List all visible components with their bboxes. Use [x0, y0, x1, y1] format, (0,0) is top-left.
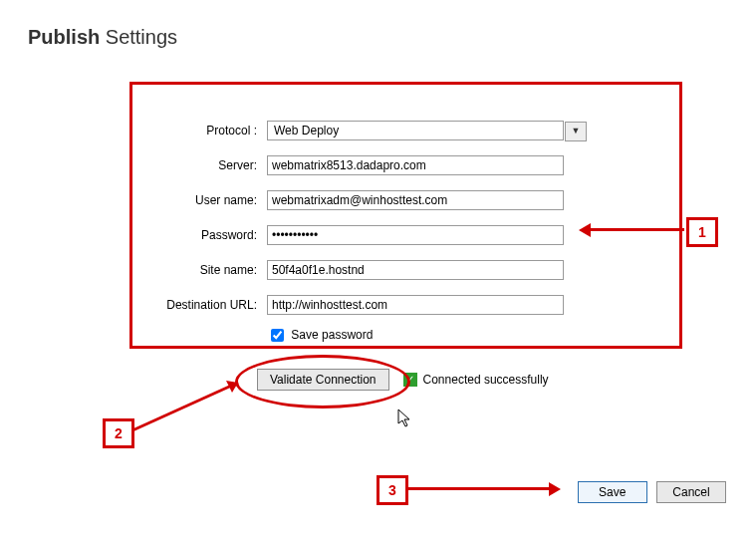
settings-panel-highlight: Protocol : Web Deploy ▼ Server: User nam… [129, 82, 682, 349]
title-bold: Publish [28, 26, 100, 48]
annotation-arrowhead-3 [549, 482, 561, 496]
row-protocol: Protocol : Web Deploy ▼ [132, 121, 679, 142]
row-sitename: Site name: [132, 260, 679, 282]
label-desturl: Destination URL: [152, 298, 257, 312]
check-icon: ✓ [403, 373, 417, 387]
savepwd-label[interactable]: Save password [267, 326, 373, 345]
label-username: User name: [152, 193, 257, 207]
annotation-arrow-1 [590, 228, 684, 231]
row-desturl: Destination URL: [132, 295, 679, 317]
desturl-input[interactable] [267, 295, 564, 315]
cursor-icon [397, 409, 413, 428]
validate-area: Validate Connection ✓ Connected successf… [257, 369, 549, 391]
chevron-down-icon[interactable]: ▼ [565, 122, 587, 141]
footer-buttons: Save Cancel [572, 481, 726, 503]
label-sitename: Site name: [152, 263, 257, 277]
annotation-callout-1: 1 [686, 217, 718, 247]
protocol-select[interactable]: Web Deploy ▼ [267, 121, 564, 140]
row-server: Server: [132, 155, 679, 177]
annotation-arrowhead-1 [579, 223, 591, 237]
row-username: User name: [132, 190, 679, 212]
status-text: Connected successfully [423, 373, 549, 387]
title-rest: Settings [106, 26, 177, 48]
savepwd-text: Save password [291, 328, 373, 342]
username-input[interactable] [267, 190, 564, 210]
label-password: Password: [152, 228, 257, 242]
protocol-value: Web Deploy [274, 124, 339, 137]
label-protocol: Protocol : [152, 124, 257, 137]
dialog-title: Publish Settings [28, 26, 177, 49]
dialog-window: Publish Settings Protocol : Web Deploy ▼… [0, 0, 756, 546]
annotation-arrow-2 [128, 375, 250, 434]
annotation-callout-3: 3 [377, 475, 408, 505]
annotation-arrow-3 [406, 487, 551, 490]
annotation-callout-2: 2 [103, 418, 134, 448]
cancel-button[interactable]: Cancel [656, 481, 726, 503]
savepwd-checkbox[interactable] [271, 329, 284, 342]
validate-button[interactable]: Validate Connection [257, 369, 389, 391]
save-button[interactable]: Save [578, 481, 647, 503]
label-server: Server: [152, 158, 257, 172]
server-input[interactable] [267, 155, 564, 175]
row-savepwd: Save password [132, 324, 679, 346]
password-input[interactable] [267, 225, 564, 245]
sitename-input[interactable] [267, 260, 564, 280]
